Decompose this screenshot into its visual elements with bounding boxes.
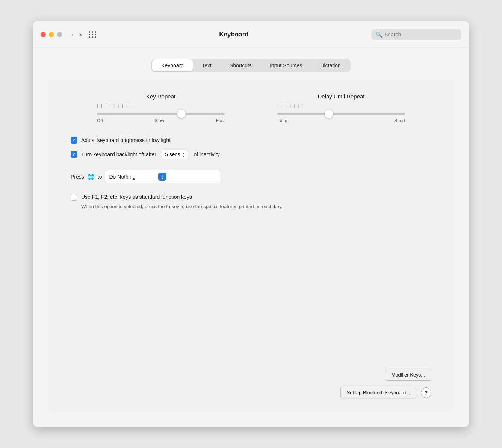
fkeys-label: Use F1, F2, etc. keys as standard functi… (81, 194, 192, 200)
press-prefix: Press (71, 174, 84, 180)
delay-repeat-labels: Long Short (277, 118, 405, 123)
tab-keyboard[interactable]: Keyboard (152, 59, 193, 71)
content-area: Keyboard Text Shortcuts Input Sources Di… (33, 48, 469, 427)
key-repeat-label: Key Repeat (146, 93, 175, 100)
window-title: Keyboard (219, 31, 248, 38)
setup-bluetooth-button[interactable]: Set Up Bluetooth Keyboard... (340, 387, 416, 398)
brightness-checkbox[interactable] (71, 137, 77, 144)
close-button[interactable] (41, 32, 46, 37)
search-box[interactable]: 🔍 (371, 29, 461, 40)
key-repeat-label-off: Off (97, 118, 103, 123)
fkeys-section: Use F1, F2, etc. keys as standard functi… (71, 194, 431, 210)
minimize-button[interactable] (49, 32, 54, 37)
press-to: to (98, 174, 102, 180)
tab-input-sources[interactable]: Input Sources (261, 59, 311, 71)
delay-repeat-label-long: Long (277, 118, 287, 123)
tabs: Keyboard Text Shortcuts Input Sources Di… (151, 59, 351, 72)
delay-repeat-thumb[interactable] (325, 110, 333, 118)
bottom-area: Modifier Keys... Set Up Bluetooth Keyboa… (71, 369, 431, 398)
search-icon: 🔍 (376, 32, 382, 38)
key-repeat-track[interactable] (97, 113, 225, 115)
search-input[interactable] (384, 32, 457, 38)
modifier-keys-button[interactable]: Modifier Keys... (385, 369, 431, 381)
key-repeat-thumb[interactable] (177, 110, 186, 118)
delay-repeat-label: Delay Until Repeat (318, 93, 364, 100)
backlight-duration-select[interactable]: 5 secs (162, 150, 188, 159)
backlight-row: Turn keyboard backlight off after 5 secs… (71, 150, 431, 159)
press-globe-row: Press 🌐 to Do Nothing (71, 170, 431, 183)
back-button[interactable]: ‹ (69, 30, 76, 39)
maximize-button[interactable] (57, 32, 62, 37)
tab-dictation[interactable]: Dictation (311, 59, 349, 71)
titlebar: ‹ › Keyboard 🔍 (33, 21, 469, 48)
brightness-label: Adjust keyboard brightness in low light (81, 137, 171, 143)
key-repeat-label-fast: Fast (216, 118, 225, 123)
grid-icon[interactable] (89, 31, 97, 38)
press-globe-arrows (158, 173, 166, 181)
backlight-checkbox[interactable] (71, 151, 77, 158)
forward-button[interactable]: › (77, 30, 84, 39)
globe-icon: 🌐 (87, 173, 95, 180)
tab-shortcuts[interactable]: Shortcuts (221, 59, 261, 71)
backlight-stepper-icon (182, 152, 185, 157)
delay-repeat-group: Delay Until Repeat | | | | | | | Long Sh… (251, 93, 431, 123)
delay-repeat-label-short: Short (394, 118, 405, 123)
tab-text[interactable]: Text (193, 59, 221, 71)
key-repeat-slider-container: | | | | | | | | | Off Slow Fast (97, 104, 225, 123)
fkeys-row: Use F1, F2, etc. keys as standard functi… (71, 194, 431, 201)
tabs-container: Keyboard Text Shortcuts Input Sources Di… (48, 48, 454, 80)
key-repeat-labels: Off Slow Fast (97, 118, 225, 123)
fkeys-checkbox[interactable] (71, 194, 77, 201)
help-button[interactable]: ? (421, 387, 431, 398)
backlight-duration-value: 5 secs (165, 151, 180, 157)
main-panel: Key Repeat | | | | | | | | | Off Slow Fa… (48, 80, 454, 412)
press-globe-select[interactable]: Do Nothing (105, 170, 221, 183)
fkeys-description: When this option is selected, press the … (81, 203, 431, 210)
options-section: Adjust keyboard brightness in low light … (71, 137, 431, 159)
delay-repeat-track[interactable] (277, 113, 405, 115)
delay-repeat-slider-container: | | | | | | | Long Short (277, 104, 405, 123)
keyboard-preferences-window: ‹ › Keyboard 🔍 Keyboard Text Shortcuts I… (33, 21, 469, 427)
press-globe-value: Do Nothing (109, 174, 135, 180)
brightness-row: Adjust keyboard brightness in low light (71, 137, 431, 144)
sliders-section: Key Repeat | | | | | | | | | Off Slow Fa… (71, 93, 431, 123)
traffic-lights (41, 32, 62, 37)
modifier-btn-row: Modifier Keys... (71, 369, 431, 381)
bottom-btn-row: Set Up Bluetooth Keyboard... ? (71, 387, 431, 398)
key-repeat-group: Key Repeat | | | | | | | | | Off Slow Fa… (71, 93, 251, 123)
key-repeat-label-slow: Slow (154, 118, 164, 123)
nav-buttons: ‹ › (69, 30, 84, 39)
backlight-label: Turn keyboard backlight off after (81, 151, 156, 157)
backlight-suffix: of inactivity (194, 151, 219, 157)
